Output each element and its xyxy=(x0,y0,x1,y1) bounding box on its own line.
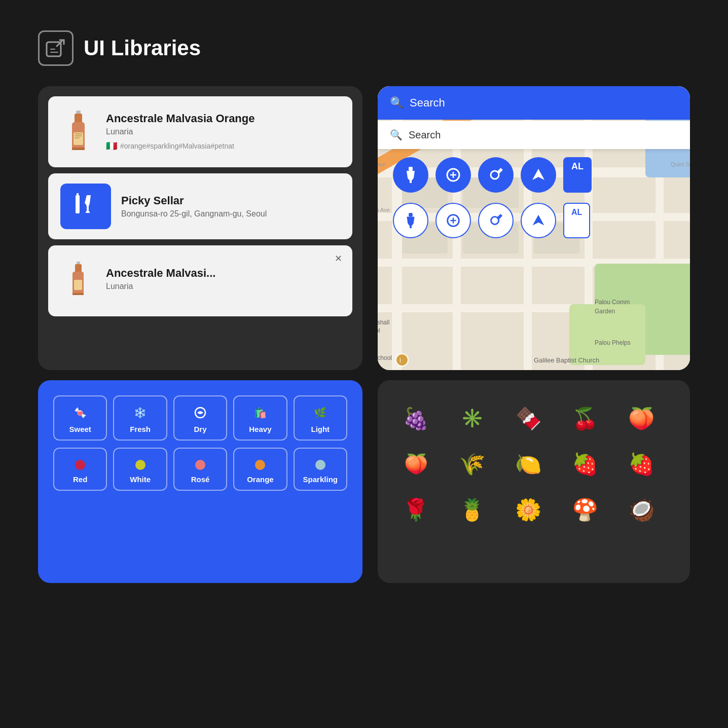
wine-producer-ancestrale: Lunaria xyxy=(106,127,340,136)
map-btn-wine-outline[interactable] xyxy=(393,203,428,238)
filter-heavy[interactable]: 🛍️ Heavy xyxy=(233,395,287,441)
app-title: UI Libraries xyxy=(84,36,201,60)
wine-card-truncated[interactable]: Ancestrale Malvasi... Lunaria ✕ xyxy=(48,245,352,316)
wine-tags-ancestrale: 🇮🇹 #orange#sparkling#Malvasia#petnat xyxy=(106,140,340,152)
map-btn-navigate-outline[interactable] xyxy=(521,203,556,238)
dry-label: Dry xyxy=(194,425,206,433)
map-btn-food-outline[interactable] xyxy=(478,203,514,238)
filter-fresh[interactable]: ❄️ Fresh xyxy=(113,395,167,441)
svg-rect-8 xyxy=(72,148,85,150)
wine-info-picky-sellar: Picky Sellar Bongunsa-ro 25-gil, Gangnam… xyxy=(121,194,340,219)
fresh-label: Fresh xyxy=(130,425,151,433)
svg-rect-56 xyxy=(409,167,413,171)
svg-rect-9 xyxy=(76,195,80,213)
map-btn-restaurant[interactable] xyxy=(435,157,471,193)
icon-lemon[interactable]: 🍋 xyxy=(511,446,546,482)
filter-sparkling[interactable]: Sparkling xyxy=(294,448,347,491)
svg-rect-1 xyxy=(76,111,81,114)
icon-starfish[interactable]: ✳️ xyxy=(454,401,490,436)
map-search-bar-top[interactable]: 🔍 Search xyxy=(378,86,690,120)
svg-rect-12 xyxy=(77,262,80,264)
filter-white[interactable]: White xyxy=(113,448,167,491)
heavy-icon: 🛍️ xyxy=(252,405,268,421)
map-search-label-secondary: Search xyxy=(409,129,441,141)
icon-cherry[interactable]: 🍒 xyxy=(567,401,603,436)
app-logo-icon xyxy=(38,30,74,66)
filter-dry[interactable]: Dry xyxy=(173,395,227,441)
rose-dot xyxy=(195,460,205,470)
icon-wheat[interactable]: 🌾 xyxy=(454,446,490,482)
svg-text:Revere Ave: Revere Ave xyxy=(378,161,385,167)
map-search-label-top: Search xyxy=(410,96,445,110)
wine-name-truncated: Ancestrale Malvasi... xyxy=(106,267,340,280)
svg-rect-7 xyxy=(75,137,80,138)
rose-label: Rosé xyxy=(191,475,210,484)
svg-rect-15 xyxy=(74,280,82,290)
map-btn-navigate[interactable] xyxy=(521,157,556,193)
icon-pineapple[interactable]: 🍍 xyxy=(454,492,490,527)
map-btn-al-outline[interactable]: AL xyxy=(563,203,590,238)
wine-card-ancestrale[interactable]: Ancestrale Malvasia Orange Lunaria 🇮🇹 #o… xyxy=(48,96,352,167)
heavy-label: Heavy xyxy=(249,425,271,433)
icon-raspberry[interactable]: 🍓 xyxy=(567,446,603,482)
icon-coconut[interactable]: 🥥 xyxy=(624,492,659,527)
svg-text:h School: h School xyxy=(378,327,380,334)
filter-orange[interactable]: Orange xyxy=(233,448,287,491)
map-btn-food[interactable] xyxy=(478,157,514,193)
flag-italy: 🇮🇹 xyxy=(106,140,117,152)
map-btn-al-label[interactable]: AL xyxy=(563,157,592,193)
svg-rect-60 xyxy=(409,213,413,217)
map-search-bar-secondary[interactable]: 🔍 Search xyxy=(378,121,690,149)
map-panel: Revere Ave Quesada Ave Quint St Galilee … xyxy=(378,86,690,370)
svg-text:Galilee Baptist Church: Galilee Baptist Church xyxy=(534,356,599,364)
svg-rect-10 xyxy=(77,193,79,196)
svg-rect-6 xyxy=(75,135,82,136)
fresh-icon: ❄️ xyxy=(132,405,149,421)
icons-panel: 🍇 ✳️ 🍫 🍒 🍑 🍑 🌾 🍋 🍓 🍓 🌹 🍍 🌼 🍄 🥥 xyxy=(378,380,690,583)
wine-producer-truncated: Lunaria xyxy=(106,282,340,291)
icon-daisy[interactable]: 🌼 xyxy=(511,492,546,527)
map-icon-buttons-row2: AL xyxy=(393,203,590,238)
orange-dot xyxy=(255,460,265,470)
svg-text:Marshall: Marshall xyxy=(378,319,389,326)
wine-name-picky-sellar: Picky Sellar xyxy=(121,194,340,207)
svg-rect-61 xyxy=(410,225,412,228)
icon-fig[interactable]: 🍑 xyxy=(398,446,433,482)
filter-row-1: 🍬 Sweet ❄️ Fresh Dry 🛍️ Heavy xyxy=(53,395,347,441)
wine-address-picky-sellar: Bongunsa-ro 25-gil, Gangnam-gu, Seoul xyxy=(121,209,340,219)
icon-mushroom[interactable]: 🍄 xyxy=(567,492,603,527)
map-btn-wine[interactable] xyxy=(393,157,428,193)
wine-card-picky-sellar[interactable]: Picky Sellar Bongunsa-ro 25-gil, Gangnam… xyxy=(48,173,352,239)
svg-rect-16 xyxy=(72,293,84,295)
icon-flower[interactable]: 🌹 xyxy=(398,492,433,527)
main-grid: Ancestrale Malvasia Orange Lunaria 🇮🇹 #o… xyxy=(0,86,728,370)
icon-grape[interactable]: 🍇 xyxy=(398,401,433,436)
icon-peach[interactable]: 🍑 xyxy=(624,401,659,436)
sweet-label: Sweet xyxy=(69,425,91,433)
red-label: Red xyxy=(73,475,87,484)
icon-chocolate[interactable]: 🍫 xyxy=(511,401,546,436)
white-dot xyxy=(135,460,145,470)
filter-rose[interactable]: Rosé xyxy=(173,448,227,491)
svg-rect-11 xyxy=(86,211,90,213)
wine-bottle-icon-truncated xyxy=(60,256,96,306)
svg-rect-57 xyxy=(410,180,412,183)
filter-sweet[interactable]: 🍬 Sweet xyxy=(53,395,107,441)
sparkling-label: Sparkling xyxy=(303,475,338,484)
search-icon-secondary: 🔍 xyxy=(390,129,403,141)
svg-text:Quesada Ave: Quesada Ave xyxy=(378,207,390,213)
icon-strawberry[interactable]: 🍓 xyxy=(624,446,659,482)
dry-icon xyxy=(192,405,208,421)
sparkling-dot xyxy=(315,460,325,470)
wine-bottle-icon-ancestrale xyxy=(60,106,96,157)
wine-name-ancestrale: Ancestrale Malvasia Orange xyxy=(106,112,340,125)
filter-light[interactable]: 🌿 Light xyxy=(294,395,347,441)
wine-info-ancestrale: Ancestrale Malvasia Orange Lunaria 🇮🇹 #o… xyxy=(106,112,340,152)
filter-red[interactable]: Red xyxy=(53,448,107,491)
app-header: UI Libraries xyxy=(0,0,728,86)
close-button[interactable]: ✕ xyxy=(332,252,344,265)
map-btn-restaurant-outline[interactable] xyxy=(435,203,471,238)
svg-text:Garden: Garden xyxy=(595,308,615,315)
svg-text:nt School: nt School xyxy=(378,354,392,361)
filter-panel: 🍬 Sweet ❄️ Fresh Dry 🛍️ Heavy xyxy=(38,380,362,583)
